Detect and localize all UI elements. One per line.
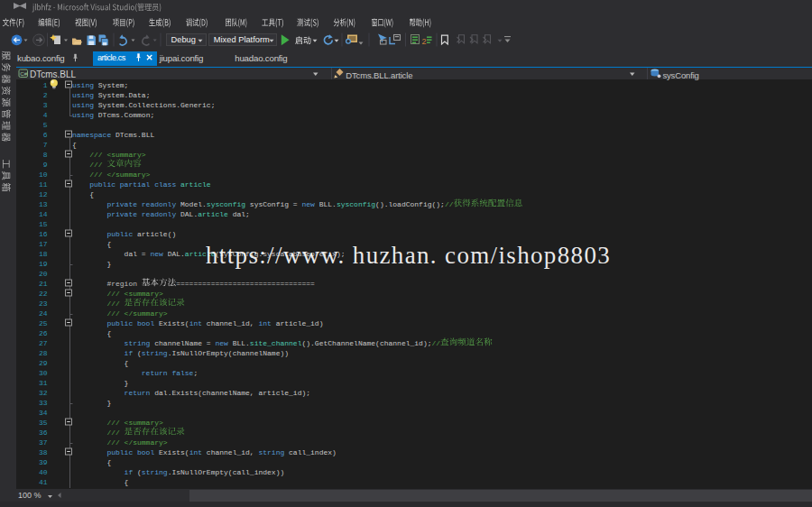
svg-text:2: 2 [422,37,427,46]
